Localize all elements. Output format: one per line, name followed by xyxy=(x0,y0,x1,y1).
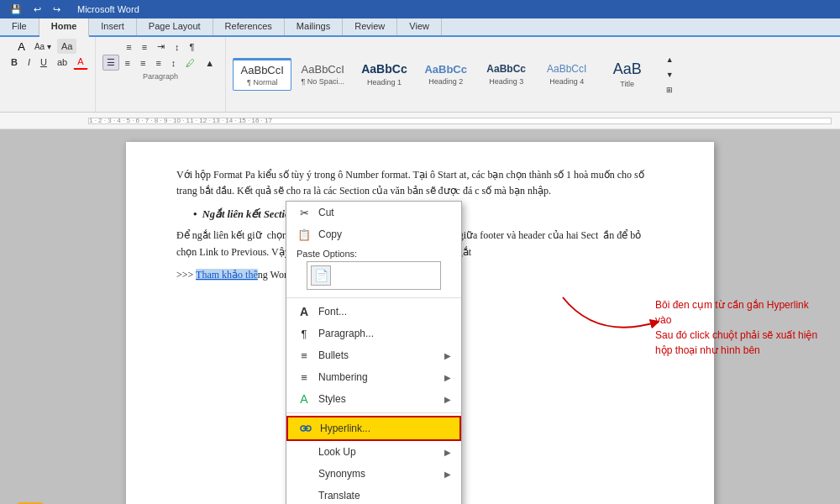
justify-btn[interactable]: ≡ xyxy=(151,55,165,71)
pilcrow-btn[interactable]: ¶ xyxy=(186,39,199,55)
menu-bullets-label: Bullets xyxy=(318,349,349,361)
menu-styles[interactable]: A Styles ▶ xyxy=(286,388,461,410)
menu-numbering[interactable]: ≡ Numbering ▶ xyxy=(286,366,461,388)
style-heading1[interactable]: AaBbCc Heading 1 xyxy=(354,58,414,91)
tab-home[interactable]: Home xyxy=(39,18,90,37)
styles-more[interactable]: ⊞ xyxy=(662,83,678,97)
styles-menu-icon: A xyxy=(297,391,312,407)
quick-access-redo[interactable]: ↪ xyxy=(50,3,64,16)
annotation-line1: Bôi đen cụm từ cần gắn Hyperlink vào xyxy=(655,299,809,326)
font-size-btn[interactable]: Aa ▾ xyxy=(30,39,55,54)
styles-arrow: ▶ xyxy=(444,395,451,404)
style-heading2[interactable]: AaBbCc Heading 2 xyxy=(417,59,475,91)
strikethrough-btn[interactable]: ab xyxy=(53,55,71,70)
bullet-list-btn[interactable]: ≡ xyxy=(122,39,135,55)
tab-mailings[interactable]: Mailings xyxy=(285,18,343,35)
quick-access-save[interactable]: 💾 xyxy=(7,3,25,16)
font-style-btns: B I U ab A xyxy=(7,54,88,70)
menu-paragraph-label: Paragraph... xyxy=(318,328,374,339)
font-format-btn[interactable]: Aa xyxy=(57,39,76,54)
align-right-btn[interactable]: ≡ xyxy=(136,55,150,71)
style-normal-preview: AaBbCcI xyxy=(241,64,284,77)
style-no-space[interactable]: AaBbCcI ¶ No Spaci... xyxy=(293,59,352,91)
menu-cut[interactable]: ✂ Cut xyxy=(286,202,461,223)
numbered-list-btn[interactable]: ≡ xyxy=(138,39,151,55)
font-color-btn[interactable]: A xyxy=(73,54,87,70)
style-normal[interactable]: AaBbCcI ¶ Normal xyxy=(233,58,291,92)
tab-references[interactable]: References xyxy=(213,18,285,35)
menu-paragraph[interactable]: ¶ Paragraph... xyxy=(286,323,461,344)
style-h4-label: Heading 4 xyxy=(549,77,584,86)
separator-1 xyxy=(286,297,461,298)
style-heading3[interactable]: AaBbCc Heading 3 xyxy=(477,59,536,89)
synonyms-arrow: ▶ xyxy=(444,470,451,479)
app-title: Microsoft Word xyxy=(77,4,139,14)
menu-styles-label: Styles xyxy=(318,393,346,405)
menu-hyperlink[interactable]: Hyperlink... xyxy=(286,416,461,441)
styles-scroll-down[interactable]: ▼ xyxy=(662,68,678,81)
highlight-btn[interactable]: 🖊 xyxy=(181,55,199,71)
tab-page-layout[interactable]: Page Layout xyxy=(137,18,213,35)
tab-review[interactable]: Review xyxy=(343,18,397,35)
synonyms-icon xyxy=(297,466,312,481)
context-menu[interactable]: ✂ Cut 📋 Copy Paste Options: 📄 A Font... … xyxy=(286,201,462,504)
tab-file[interactable]: File xyxy=(0,18,39,35)
bold-btn[interactable]: B xyxy=(7,55,22,70)
style-heading4[interactable]: AaBbCcI Heading 4 xyxy=(538,59,596,89)
hyperlink-icon xyxy=(298,421,313,436)
style-no-space-label: ¶ No Spaci... xyxy=(302,77,344,86)
style-h3-preview: AaBbCc xyxy=(486,63,526,75)
indent-more-btn[interactable]: ⇥ xyxy=(153,39,169,55)
styles-scroll-up[interactable]: ▲ xyxy=(662,53,678,66)
align-btns: ☰ ≡ ≡ ≡ ↕ 🖊 ▲ xyxy=(102,55,219,71)
paste-options-box: 📄 xyxy=(307,261,441,290)
sort-btn[interactable]: ↕ xyxy=(171,39,184,55)
paste-options-section: Paste Options: 📄 xyxy=(286,245,461,295)
align-left-btn[interactable]: ☰ xyxy=(102,55,119,71)
menu-synonyms[interactable]: Synonyms ▶ xyxy=(286,463,461,485)
menu-hyperlink-label: Hyperlink... xyxy=(320,423,370,434)
ribbon-toolbar: A Aa ▾ Aa B I U ab A ≡ ≡ ⇥ ↕ ¶ ☰ ≡ ≡ ≡ ↕… xyxy=(0,37,840,113)
paragraph-label: Paragraph xyxy=(143,72,178,81)
align-center-btn[interactable]: ≡ xyxy=(121,55,134,71)
menu-copy[interactable]: 📋 Copy xyxy=(286,223,461,245)
paste-icon-1[interactable]: 📄 xyxy=(311,265,331,286)
hyperlink-text[interactable]: Tham khảo thê xyxy=(196,269,258,281)
annotation: Bôi đen cụm từ cần gắn Hyperlink vào Sau… xyxy=(655,297,823,358)
ruler: 1 · 2 · 3 · 4 · 5 · 6 · 7 · 8 · 9 · 10 ·… xyxy=(0,113,840,129)
font-btns: A Aa ▾ Aa xyxy=(18,39,76,54)
quick-access-undo[interactable]: ↩ xyxy=(30,3,45,16)
menu-lookup[interactable]: Look Up ▶ xyxy=(286,441,461,463)
styles-section: AaBbCcI ¶ Normal AaBbCcI ¶ No Spaci... A… xyxy=(226,37,840,112)
bullets-arrow: ▶ xyxy=(444,351,451,360)
style-h4-preview: AaBbCcI xyxy=(547,63,586,75)
style-h2-preview: AaBbCc xyxy=(424,63,467,76)
ribbon-tabs: File Home Insert Page Layout References … xyxy=(0,18,840,37)
style-no-space-preview: AaBbCcI xyxy=(302,63,344,76)
doc-para1: Với hộp Format Pa kiểu số tùy ý trong ô … xyxy=(176,167,664,199)
menu-bullets[interactable]: ≡ Bullets ▶ xyxy=(286,344,461,366)
cut-icon: ✂ xyxy=(297,205,312,220)
style-normal-label: ¶ Normal xyxy=(247,78,277,87)
style-h3-label: Heading 3 xyxy=(489,77,523,86)
separator-2 xyxy=(286,412,461,413)
annotation-line2: Sau đó click chuột phải sẽ xuất hiện xyxy=(655,329,817,341)
italic-btn[interactable]: I xyxy=(24,55,34,70)
style-title-label: Title xyxy=(620,80,634,88)
shading-btn[interactable]: ▲ xyxy=(201,55,218,71)
bullets-icon: ≡ xyxy=(297,348,312,363)
tab-view[interactable]: View xyxy=(397,18,442,35)
main-area: Với hộp Format Pa kiểu số tùy ý trong ô … xyxy=(0,129,840,504)
underline-btn[interactable]: U xyxy=(36,55,51,70)
numbering-arrow: ▶ xyxy=(444,373,451,382)
style-title[interactable]: AaB Title xyxy=(598,56,657,93)
menu-font[interactable]: A Font... xyxy=(286,301,461,323)
lookup-arrow: ▶ xyxy=(444,448,451,457)
menu-translate[interactable]: Translate xyxy=(286,485,461,504)
annotation-line3: hộp thoại như hình bên xyxy=(655,344,760,356)
tab-insert[interactable]: Insert xyxy=(89,18,137,35)
paste-options-label: Paste Options: xyxy=(297,249,451,259)
menu-cut-label: Cut xyxy=(318,207,334,218)
line-spacing-btn[interactable]: ↕ xyxy=(167,55,181,71)
annotation-text: Bôi đen cụm từ cần gắn Hyperlink vào Sau… xyxy=(655,297,823,358)
